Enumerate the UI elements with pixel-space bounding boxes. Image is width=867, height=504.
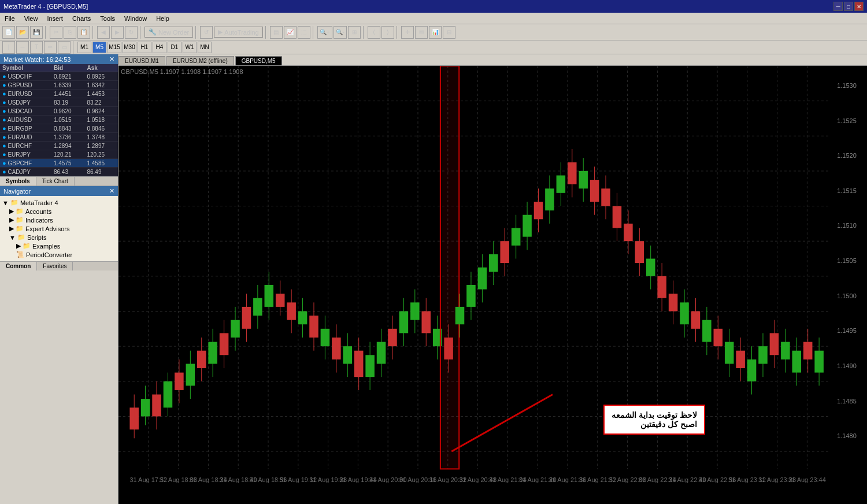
market-watch-title: Market Watch: 16:24:53	[3, 56, 71, 63]
text-tool-btn[interactable]: T	[30, 41, 43, 54]
tab-tick-chart[interactable]: Tick Chart	[36, 177, 75, 186]
period-m1[interactable]: M1	[77, 42, 91, 53]
period-h4[interactable]: H4	[153, 42, 166, 53]
tooltip-line2: اصبح كل دقيقتين	[612, 420, 697, 429]
market-watch-row[interactable]: ● EURUSD 1.4451 1.4453	[0, 90, 118, 98]
back-btn[interactable]: ◀	[97, 26, 110, 39]
mw-symbol: ● EURAUD	[0, 133, 51, 142]
mw-bid: 0.8921	[51, 72, 85, 81]
period-d1[interactable]: D1	[168, 42, 181, 53]
indicator-btn[interactable]: 📊	[429, 26, 442, 39]
nav-indicators[interactable]: ▶ 📁 Indicators	[0, 216, 118, 224]
period-h1[interactable]: H1	[138, 42, 151, 53]
zoom-in-btn[interactable]: 🔍+	[317, 26, 332, 39]
minimize-button[interactable]: ─	[833, 2, 843, 11]
nav-scripts[interactable]: ▼ 📁 Scripts	[0, 233, 118, 242]
market-watch-row[interactable]: ● EURAUD 1.3736 1.3748	[0, 133, 118, 142]
nav-accounts[interactable]: ▶ 📁 Accounts	[0, 207, 118, 216]
tab-favorites[interactable]: Favorites	[37, 262, 73, 270]
hline-tool-btn[interactable]: ─	[16, 41, 29, 54]
nav-period-converter[interactable]: 📜 PeriodConverter	[0, 250, 118, 259]
mw-symbol: ● AUDUSD	[0, 116, 51, 124]
market-watch-row[interactable]: ● EURCHF 1.2894 1.2897	[0, 142, 118, 150]
market-watch-row[interactable]: ● CADJPY 86.43 86.49	[0, 168, 118, 176]
market-watch-row[interactable]: ● EURGBP 0.8843 0.8846	[0, 124, 118, 133]
navigator-close-icon[interactable]: ✕	[109, 187, 114, 195]
scroll-right-btn[interactable]: ⟩	[381, 26, 394, 39]
chart-info-bar: GBPUSD,M5 1.1907 1.1908 1.1907 1.1908	[121, 68, 243, 75]
menu-file[interactable]: File	[2, 14, 17, 23]
svg-text:1.1530: 1.1530	[837, 82, 857, 89]
open-btn[interactable]: 📂	[16, 26, 29, 39]
cut-btn[interactable]: ✂	[50, 26, 62, 39]
svg-text:1.1510: 1.1510	[837, 222, 857, 229]
forward-btn[interactable]: ▶	[111, 26, 124, 39]
tab-common[interactable]: Common	[0, 262, 37, 270]
nav-accounts-label: Accounts	[25, 208, 51, 215]
market-watch-row[interactable]: ● USDCHF 0.8921 0.8925	[0, 72, 118, 81]
copy-btn[interactable]: ⎘	[64, 26, 76, 39]
scroll-left-btn[interactable]: ⟨	[368, 26, 380, 39]
menu-window[interactable]: Window	[122, 14, 149, 23]
nav-metatrader4[interactable]: ▼ 📁 MetaTrader 4	[0, 198, 118, 207]
mw-bid: 1.6339	[51, 81, 85, 90]
svg-text:1.1485: 1.1485	[837, 398, 857, 405]
email-btn[interactable]: ✉	[415, 26, 428, 39]
col-symbol: Symbol	[0, 64, 51, 72]
chart-tab-gbpusd-m5[interactable]: GBPUSD,M5	[235, 56, 282, 65]
paste-btn[interactable]: 📋	[77, 26, 90, 39]
market-watch-row[interactable]: ● USDJPY 83.19 83.22	[0, 98, 118, 107]
rect-tool-btn[interactable]: ▭	[58, 41, 71, 54]
line-chart-btn[interactable]: 📈	[284, 26, 297, 39]
period-m15[interactable]: M15	[108, 42, 121, 53]
zoom-out-btn[interactable]: 🔍-	[334, 26, 347, 39]
new-btn[interactable]: 📄	[2, 26, 15, 39]
market-watch: Market Watch: 16:24:53 ✕ Symbol Bid Ask …	[0, 54, 118, 186]
period-sep-btn[interactable]: ⊟	[443, 26, 455, 39]
menu-view[interactable]: View	[22, 14, 40, 23]
menu-tools[interactable]: Tools	[98, 14, 117, 23]
new-order-button[interactable]: 🔧 New Order	[144, 27, 193, 38]
period-m5[interactable]: M5	[92, 42, 106, 53]
svg-rect-0	[118, 66, 867, 504]
tab-symbols[interactable]: Symbols	[0, 177, 36, 186]
nav-examples[interactable]: ▶ 📁 Examples	[0, 242, 118, 250]
menu-help[interactable]: Help	[154, 14, 172, 23]
chart-tab-eurusd-m2[interactable]: EURUSD,M2 (offline)	[166, 56, 234, 65]
svg-text:1.1525: 1.1525	[837, 117, 857, 124]
line-tool-btn[interactable]: |	[2, 41, 15, 54]
menu-insert[interactable]: Insert	[45, 14, 65, 23]
market-watch-row[interactable]: ● GBPUSD 1.6339 1.6342	[0, 81, 118, 90]
bar-chart-btn[interactable]: ▤	[270, 26, 283, 39]
autotrading-button[interactable]: ▶ AutoTrading	[214, 27, 263, 38]
save-btn[interactable]: 💾	[30, 26, 43, 39]
svg-text:1.1495: 1.1495	[837, 327, 857, 334]
market-watch-row[interactable]: ● EURJPY 120.21 120.25	[0, 150, 118, 159]
mw-symbol: ● CADJPY	[0, 168, 51, 176]
market-watch-table: Symbol Bid Ask ● USDCHF 0.8921 0.8925 ● …	[0, 64, 118, 176]
close-button[interactable]: ✕	[854, 2, 864, 11]
crosshair-btn[interactable]: ✛	[401, 26, 414, 39]
menu-charts[interactable]: Charts	[70, 14, 93, 23]
refresh-btn[interactable]: ↻	[125, 26, 138, 39]
maximize-button[interactable]: □	[844, 2, 853, 11]
market-watch-row[interactable]: ● AUDUSD 1.0515 1.0518	[0, 116, 118, 124]
market-watch-row[interactable]: ● GBPCHF 1.4575 1.4585	[0, 159, 118, 168]
mw-bid: 1.4575	[51, 159, 85, 168]
svg-text:1.1505: 1.1505	[837, 257, 857, 264]
period-m30[interactable]: M30	[123, 42, 136, 53]
mw-symbol: ● GBPUSD	[0, 81, 51, 90]
market-watch-row[interactable]: ● USDCAD 0.9620 0.9624	[0, 107, 118, 116]
chart-view-btn[interactable]: ⊞	[348, 26, 361, 39]
expand-icon-examples: ▶	[16, 242, 21, 250]
period-mn[interactable]: MN	[198, 42, 212, 53]
reload-btn[interactable]: ↺	[200, 26, 213, 39]
chart-tab-eurusd-m1[interactable]: EURUSD,M1	[118, 56, 165, 65]
draw-tool-btn[interactable]: ✏	[44, 41, 57, 54]
nav-expert-advisors[interactable]: ▶ 📁 Expert Advisors	[0, 224, 118, 233]
svg-rect-127	[440, 66, 459, 469]
area-chart-btn[interactable]: ⬚	[298, 26, 310, 39]
period-w1[interactable]: W1	[183, 42, 197, 53]
market-watch-close-icon[interactable]: ✕	[109, 55, 114, 63]
main-layout: Market Watch: 16:24:53 ✕ Symbol Bid Ask …	[0, 54, 867, 504]
